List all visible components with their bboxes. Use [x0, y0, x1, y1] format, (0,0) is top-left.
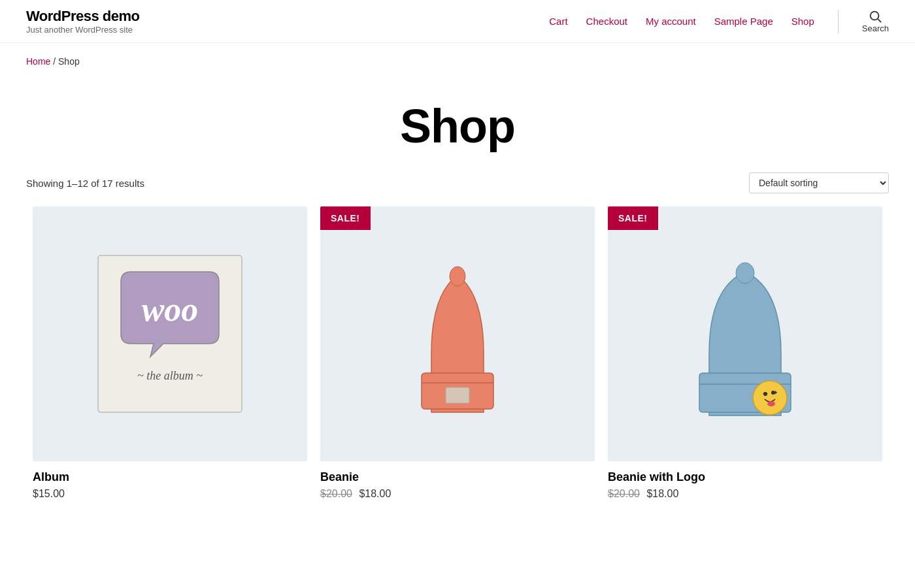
svg-text:✦: ✦ — [773, 389, 778, 396]
product-name-beanie: Beanie — [320, 470, 595, 484]
product-price-beanie: $20.00 $18.00 — [320, 488, 595, 500]
product-grid: woo ~ the album ~ Album $15.00 SALE! — [0, 206, 915, 517]
product-card-beanie: SALE! Beanie $20.00 $18.00 — [314, 206, 601, 517]
page-title: Shop — [26, 99, 889, 153]
svg-point-12 — [753, 381, 787, 415]
svg-point-11 — [736, 263, 754, 284]
breadcrumb-separator: / — [53, 56, 58, 67]
svg-point-7 — [450, 267, 465, 286]
product-name-album: Album — [33, 470, 307, 484]
price-regular-album: $15.00 — [33, 488, 65, 499]
product-image-album[interactable]: woo ~ the album ~ — [33, 206, 307, 461]
product-price-album: $15.00 — [33, 488, 307, 500]
product-price-beanie-logo: $20.00 $18.00 — [608, 488, 882, 500]
main-nav: Cart Checkout My account Sample Page Sho… — [549, 9, 889, 33]
product-info-beanie: Beanie $20.00 $18.00 — [320, 461, 595, 504]
product-info-beanie-logo: Beanie with Logo $20.00 $18.00 — [608, 461, 882, 504]
breadcrumb-home[interactable]: Home — [26, 56, 50, 67]
breadcrumb-current: Shop — [58, 56, 80, 67]
album-artwork: woo ~ the album ~ — [85, 242, 255, 425]
site-brand: WordPress demo Just another WordPress si… — [26, 8, 140, 35]
nav-sample-page[interactable]: Sample Page — [714, 16, 773, 27]
sale-badge-beanie: SALE! — [320, 206, 371, 230]
svg-text:~ the  album ~: ~ the album ~ — [137, 369, 203, 382]
breadcrumb: Home / Shop — [0, 43, 915, 73]
beanie-artwork — [392, 242, 523, 425]
price-original-beanie-logo: $20.00 — [608, 488, 640, 499]
svg-point-0 — [871, 12, 879, 20]
svg-rect-8 — [446, 387, 469, 403]
product-image-beanie[interactable]: SALE! — [320, 206, 595, 461]
sale-badge-beanie-logo: SALE! — [608, 206, 658, 230]
site-header: WordPress demo Just another WordPress si… — [0, 0, 915, 43]
results-count: Showing 1–12 of 17 results — [26, 178, 144, 189]
price-sale-beanie-logo: $18.00 — [646, 488, 678, 499]
product-info-album: Album $15.00 — [33, 461, 307, 504]
nav-divider — [838, 10, 839, 33]
site-tagline: Just another WordPress site — [26, 25, 140, 35]
price-sale-beanie: $18.00 — [359, 488, 391, 499]
page-title-section: Shop — [0, 73, 915, 172]
svg-line-1 — [878, 19, 882, 22]
nav-shop[interactable]: Shop — [791, 16, 814, 27]
search-label: Search — [862, 24, 889, 33]
nav-my-account[interactable]: My account — [646, 16, 696, 27]
search-icon — [868, 9, 882, 24]
shop-toolbar: Showing 1–12 of 17 results Default sorti… — [0, 172, 915, 206]
product-image-beanie-logo[interactable]: SALE! — [608, 206, 882, 461]
price-original-beanie: $20.00 — [320, 488, 352, 499]
product-card-beanie-logo: SALE! — [601, 206, 889, 517]
nav-checkout[interactable]: Checkout — [586, 16, 627, 27]
site-title: WordPress demo — [26, 8, 140, 25]
svg-point-15 — [767, 401, 775, 406]
product-name-beanie-logo: Beanie with Logo — [608, 470, 882, 484]
sort-select[interactable]: Default sorting Sort by popularity Sort … — [749, 172, 889, 193]
product-card-album: woo ~ the album ~ Album $15.00 — [26, 206, 314, 517]
search-button[interactable]: Search — [862, 9, 889, 33]
beanie-logo-artwork: ✦ — [673, 242, 817, 425]
svg-text:woo: woo — [142, 291, 199, 328]
nav-cart[interactable]: Cart — [549, 16, 567, 27]
